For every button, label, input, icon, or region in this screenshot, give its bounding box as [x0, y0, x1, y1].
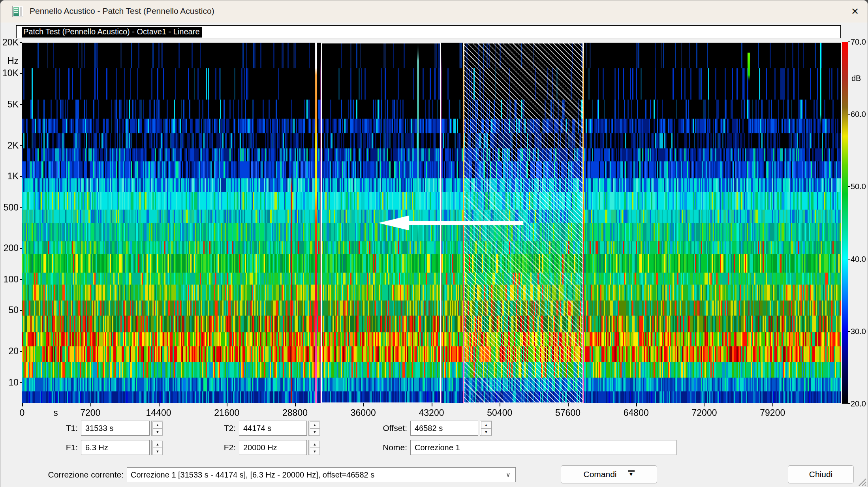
chevron-down-icon: ∨ — [506, 468, 511, 482]
window: Pennello Acustico - Patch Test (Pennello… — [0, 0, 868, 487]
f2-spin-up-icon[interactable]: ▲ — [310, 441, 320, 448]
db-tick-mark — [848, 259, 850, 259]
time-tick-mark — [636, 403, 637, 406]
t1-spin-up-icon[interactable]: ▲ — [152, 421, 163, 429]
db-tick-label: 40.0 — [851, 255, 866, 264]
menu-drop-arrow-icon: ▼ — [628, 470, 635, 477]
db-tick-mark — [848, 403, 850, 404]
spectrogram-title: Patch Test (Pennello Acustico) - Octave1… — [22, 27, 202, 38]
freq-tick-mark — [20, 310, 22, 311]
time-axis-unit-label: s — [44, 408, 68, 418]
freq-tick-mark — [20, 382, 22, 383]
freq-tick-mark — [20, 279, 22, 280]
t2-spin-up-icon[interactable]: ▲ — [310, 421, 320, 429]
t2-field[interactable]: 44174 s — [239, 421, 307, 436]
correzione-dropdown-value: Correzione 1 [31533 s - 44174 s], [6.3 H… — [131, 470, 374, 479]
time-tick-mark — [159, 403, 160, 406]
time-tick-label: 21600 — [203, 408, 250, 418]
freq-tick-mark — [20, 207, 22, 208]
f1-spin-down-icon[interactable]: ▼ — [152, 448, 163, 455]
f2-spinner: ▲ ▼ — [308, 440, 320, 455]
time-tick-mark — [295, 403, 296, 406]
freq-tick-mark — [20, 104, 22, 105]
db-tick-label: 50.0 — [851, 182, 866, 191]
header-box: Patch Test (Pennello Acustico) - Octave1… — [16, 25, 841, 38]
time-tick-mark — [22, 403, 23, 406]
offset-field[interactable]: 46582 s — [410, 421, 478, 436]
time-tick-mark — [90, 403, 91, 406]
comandi-button[interactable]: Comandi ▼ — [561, 465, 657, 483]
db-tick-mark — [848, 186, 850, 187]
time-tick-mark — [227, 403, 227, 406]
freq-tick-label: 20K — [0, 37, 19, 48]
time-tick-label: 50400 — [476, 408, 523, 418]
freq-tick-mark — [20, 42, 22, 43]
time-tick-mark — [772, 403, 773, 406]
freq-tick-label: 500 — [0, 202, 19, 213]
app-icon-left — [13, 7, 19, 16]
correzione-corrente-label: Correzione corrente: — [40, 467, 124, 482]
app-icon-right — [20, 7, 22, 16]
db-tick-mark — [848, 114, 850, 115]
db-tick-label: 60.0 — [851, 110, 866, 119]
chiudi-button-label: Chiudi — [809, 470, 833, 479]
time-tick-mark — [500, 403, 500, 406]
freq-tick-mark — [20, 248, 22, 249]
db-tick-mark — [848, 41, 850, 42]
time-tick-mark — [568, 403, 569, 406]
time-tick-mark — [705, 403, 705, 406]
t2-spin-down-icon[interactable]: ▼ — [310, 429, 320, 436]
selection-region-offset-hatched[interactable] — [464, 43, 583, 403]
time-tick-label: 57600 — [544, 408, 592, 418]
time-tick-label: 0 — [0, 408, 46, 418]
f1-spinner: ▲ ▼ — [151, 440, 163, 455]
db-tick-label: 20.0 — [851, 399, 866, 408]
offset-spin-up-icon[interactable]: ▲ — [481, 421, 491, 429]
t1-field[interactable]: 31533 s — [81, 421, 150, 436]
resize-grip[interactable] — [857, 476, 867, 487]
freq-tick-label: 50 — [0, 305, 19, 316]
freq-tick-label: 5K — [0, 99, 19, 110]
offset-spin-down-icon[interactable]: ▼ — [481, 429, 491, 436]
f1-field[interactable]: 6.3 Hz — [81, 440, 150, 455]
time-tick-label: 28800 — [271, 408, 319, 418]
time-tick-label: 79200 — [749, 408, 796, 418]
freq-tick-mark — [20, 73, 22, 74]
time-tick-label: 43200 — [408, 408, 455, 418]
time-tick-mark — [432, 403, 432, 406]
t2-spinner: ▲ ▼ — [308, 421, 320, 436]
freq-tick-label: 10K — [0, 68, 19, 79]
freq-tick-label: 10 — [0, 377, 19, 388]
t1-spinner: ▲ ▼ — [151, 421, 163, 436]
nome-field[interactable]: Correzione 1 — [410, 440, 676, 455]
t1-spin-down-icon[interactable]: ▼ — [152, 429, 163, 436]
f2-label: F2: — [206, 440, 236, 455]
freq-tick-label: 200 — [0, 243, 19, 254]
db-tick-label: 30.0 — [851, 327, 866, 336]
time-tick-label: 72000 — [681, 408, 728, 418]
db-tick-label: 70.0 — [851, 38, 866, 47]
freq-tick-label: 1K — [0, 171, 19, 182]
app-root: Pennello Acustico - Patch Test (Pennello… — [0, 0, 868, 487]
title-bar[interactable]: Pennello Acustico - Patch Test (Pennello… — [0, 0, 868, 23]
f2-field[interactable]: 20000 Hz — [239, 440, 307, 455]
correzione-dropdown[interactable]: Correzione 1 [31533 s - 44174 s], [6.3 H… — [127, 467, 516, 482]
offset-spinner: ▲ ▼ — [480, 421, 492, 436]
time-tick-mark — [363, 403, 364, 406]
t2-label: T2: — [206, 421, 236, 436]
f2-spin-down-icon[interactable]: ▼ — [310, 448, 320, 455]
selection-region-main[interactable] — [321, 43, 441, 403]
chiudi-button[interactable]: Chiudi — [788, 465, 854, 483]
window-title: Pennello Acustico - Patch Test (Pennello… — [30, 6, 214, 16]
time-tick-label: 64800 — [612, 408, 660, 418]
f1-label: F1: — [40, 440, 78, 455]
f1-spin-up-icon[interactable]: ▲ — [152, 441, 163, 448]
comandi-button-label: Comandi — [583, 470, 616, 479]
close-icon[interactable]: ✕ — [846, 3, 864, 20]
time-tick-label: 7200 — [67, 408, 114, 418]
db-tick-mark — [848, 331, 850, 332]
time-tick-label: 36000 — [340, 408, 387, 418]
nome-label: Nome: — [364, 440, 407, 455]
db-axis-unit-label: dB — [851, 74, 861, 83]
offset-label: Offset: — [364, 421, 407, 436]
